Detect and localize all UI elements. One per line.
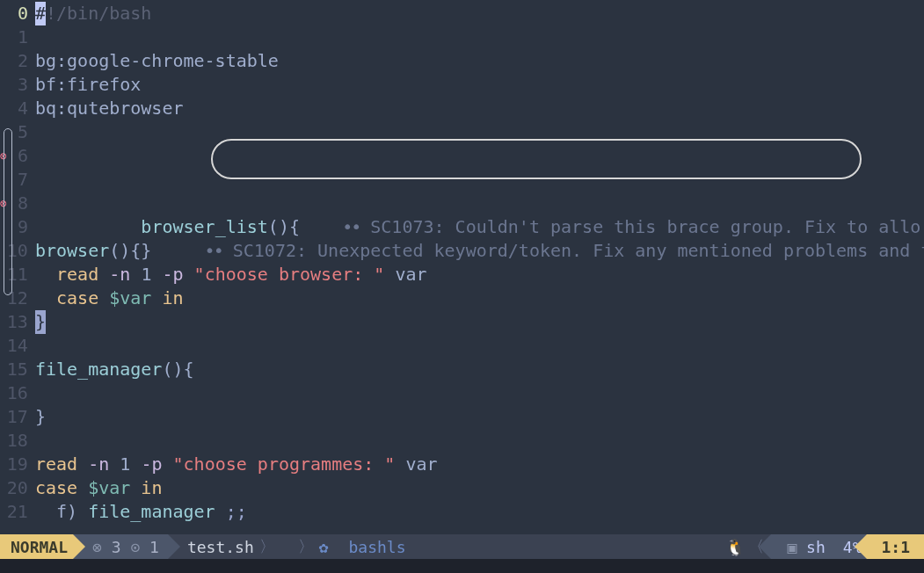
code-text: bg:google-chrome-stable (35, 50, 279, 71)
visual-selection: } (35, 310, 46, 334)
function-name: browser (35, 240, 109, 261)
code-line[interactable] (35, 381, 924, 405)
line-number: 16 (7, 381, 28, 405)
close-brace: } (35, 406, 46, 427)
file-path[interactable]: test.sh 〉 (168, 534, 289, 559)
line-number: 0 (7, 2, 28, 25)
lsp-status[interactable]: 〉 ✿ bashls (289, 534, 415, 559)
line-number: 15 (7, 358, 28, 381)
keyword-read: read (56, 264, 98, 285)
identifier: var (395, 264, 426, 285)
braces: (){ (109, 240, 141, 261)
braces: (){ (268, 216, 300, 237)
line-number: 21 (7, 500, 28, 524)
code-line[interactable] (35, 429, 924, 453)
cursor-position: 1:1 (867, 534, 924, 559)
code-line[interactable]: read -n 1 -p "choose browser: " var (35, 263, 924, 286)
line-number: 3 (7, 73, 28, 97)
keyword-in: in (141, 477, 162, 498)
gear-icon: ✿ (319, 538, 329, 556)
code-line[interactable]: read -n 1 -p "choose programmes: " var (35, 453, 924, 476)
code-line[interactable]: } •• SC1072: Unexpected keyword/token. F… (35, 192, 924, 215)
flag: -p (162, 264, 183, 285)
error-count-icon: ⊗ (92, 538, 102, 556)
variable: $var (109, 287, 151, 308)
variable: $var (88, 477, 130, 498)
code-line[interactable] (35, 120, 924, 144)
chevron-right-icon: 〉 (298, 536, 314, 557)
filetype-indicator[interactable]: ▣ sh (771, 534, 833, 559)
info-count-icon: ⊙ (130, 538, 140, 556)
keyword-in: in (162, 287, 183, 308)
keyword-case: case (35, 477, 77, 498)
code-line[interactable]: } (35, 310, 924, 334)
code-line[interactable]: case $var in (35, 476, 924, 500)
code-text: bf:firefox (35, 74, 141, 95)
function-name: file_manager (35, 359, 163, 380)
scroll-indicator (4, 128, 12, 295)
error-count: 3 (112, 538, 121, 556)
code-line[interactable]: f) file_manager ;; (35, 500, 924, 524)
case-pattern: f (56, 501, 67, 522)
line-number: 17 (7, 405, 28, 429)
filename: test.sh (187, 538, 254, 556)
code-line[interactable]: bq:qutebrowser (35, 97, 924, 120)
function-call: file_manager (88, 501, 215, 522)
identifier: var (405, 453, 437, 475)
diagnostic-bullet-icon: •• (342, 216, 360, 237)
line-number: 2 (7, 49, 28, 73)
chevron-right-icon: 〉 (259, 536, 275, 557)
command-line[interactable] (0, 559, 924, 573)
filetype: sh (806, 538, 826, 556)
line-number: 4 (7, 97, 28, 120)
code-line[interactable] (35, 334, 924, 358)
string: "choose browser: " (194, 264, 385, 285)
cursor: # (35, 2, 46, 25)
code-content[interactable]: #!/bin/bash bg:google-chrome-stable bf:f… (35, 2, 924, 534)
flag: -n (88, 453, 109, 475)
diagnostic-bullet-icon: •• (205, 240, 222, 261)
code-text: bq:qutebrowser (35, 98, 184, 119)
lsp-name: bashls (348, 538, 405, 556)
string: "choose programmes: " (173, 453, 396, 475)
statusline: NORMAL ⊗ 3 ⊙ 1 test.sh 〉 〉 ✿ bashls 🐧 〈 … (0, 534, 924, 559)
code-line[interactable]: } (35, 405, 924, 429)
semicolons: ;; (226, 501, 247, 522)
diagnostics-summary[interactable]: ⊗ 3 ⊙ 1 (73, 534, 168, 559)
paren: ) (67, 501, 77, 522)
keyword-read: read (35, 453, 77, 475)
filetype-icon: ▣ (787, 538, 797, 556)
shebang-text: !/bin/bash (46, 3, 151, 24)
number: 1 (120, 453, 130, 475)
editor: ⊗ ⊗ 0 1 2 3 4 5 6 7 8 9 10 11 12 13 14 1 (0, 0, 924, 573)
diagnostic-text: SC1073: Couldn't parse this brace group.… (360, 216, 920, 237)
code-line[interactable]: case $var in (35, 286, 924, 310)
diagnostic-text: SC1072: Unexpected keyword/token. Fix an… (222, 240, 924, 261)
info-count: 1 (149, 538, 159, 556)
code-line[interactable] (35, 25, 924, 49)
close-brace: } (141, 240, 151, 261)
braces: (){ (162, 359, 193, 380)
line-number: 18 (7, 429, 28, 453)
code-line[interactable]: bg:google-chrome-stable (35, 49, 924, 73)
code-line[interactable]: #!/bin/bash (35, 2, 924, 25)
line-number: 20 (7, 476, 28, 500)
code-line[interactable] (35, 168, 924, 192)
flag: -p (141, 453, 162, 475)
line-number: 1 (7, 25, 28, 49)
code-area[interactable]: ⊗ ⊗ 0 1 2 3 4 5 6 7 8 9 10 11 12 13 14 1 (0, 0, 924, 534)
line-number: 19 (7, 453, 28, 476)
linux-icon: 🐧 (725, 538, 745, 556)
code-line[interactable]: file_manager(){ (35, 358, 924, 381)
flag: -n (109, 264, 130, 285)
code-line[interactable]: browser_list(){ •• SC1073: Couldn't pars… (35, 144, 924, 168)
line-number: 13 (7, 310, 28, 334)
mode-indicator: NORMAL (0, 534, 73, 559)
function-name: browser_list (141, 216, 268, 237)
keyword-case: case (56, 287, 98, 308)
line-number: 14 (7, 334, 28, 358)
code-line[interactable]: bf:firefox (35, 73, 924, 97)
number: 1 (141, 264, 151, 285)
